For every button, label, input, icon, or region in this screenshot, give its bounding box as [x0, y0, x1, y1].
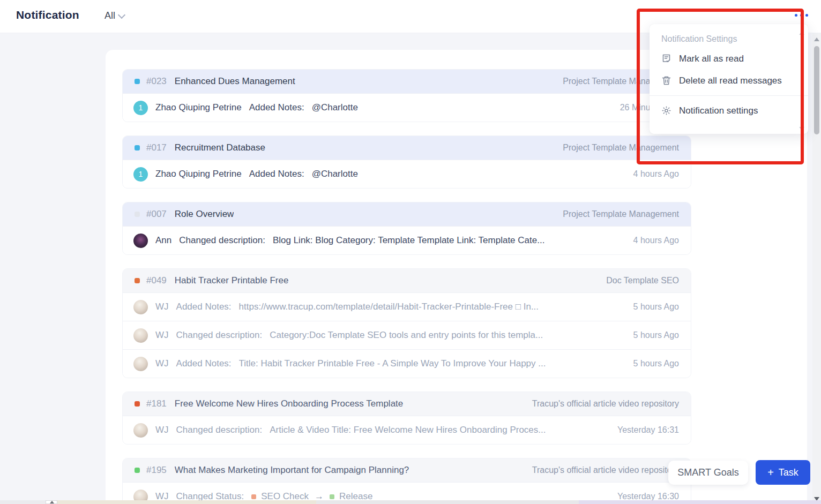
task-id: #181 [146, 398, 167, 409]
action-content: https://www.tracup.com/template/detail/H… [239, 302, 539, 312]
task-title: What Makes Marketing Important for Campa… [175, 465, 409, 476]
menu-section-label: Notification Settings [650, 31, 808, 48]
action-label: Changed description: [176, 425, 263, 435]
action-content: Title: Habit Tracker Printable Free - A … [239, 358, 546, 369]
notification-group-header[interactable]: #017 Recruitment Database Project Templa… [123, 136, 691, 160]
chevron-down-icon [118, 11, 125, 18]
menu-divider [650, 95, 808, 96]
project-label: Tracup's official article video reposito… [521, 399, 679, 409]
notification-list: #023 Enhanced Dues Management Project Te… [122, 69, 691, 504]
notification-row[interactable]: WJ Changed description: Article & Video … [123, 416, 691, 444]
action-content: Article & Video Title: Free Welcome New … [270, 425, 546, 435]
add-task-button[interactable]: + Task [756, 460, 810, 485]
notification-row[interactable]: 1 Zhao Qiuping Petrine Added Notes: @Cha… [123, 93, 691, 122]
menu-scroll-up-icon[interactable] [799, 32, 804, 35]
task-title: Role Overview [175, 209, 234, 220]
gear-icon [661, 106, 671, 116]
user-name: WJ [155, 302, 169, 312]
action-content: Blog Link: Blog Category: Template Templ… [273, 235, 544, 246]
menu-item-label: Mark all as read [679, 54, 744, 64]
timestamp: 5 hours Ago [623, 330, 679, 340]
avatar [133, 423, 148, 438]
vertical-scrollbar[interactable] [812, 33, 821, 504]
menu-item-label: Notification settings [679, 106, 758, 116]
filter-label: All [105, 10, 115, 21]
task-title: Free Welcome New Hires Onboarding Proces… [175, 398, 403, 409]
status-from-square [251, 494, 256, 499]
action-label: Added Notes: [249, 102, 304, 113]
task-id: #017 [146, 142, 167, 153]
user-name: WJ [155, 425, 169, 435]
task-title: Enhanced Dues Management [175, 76, 295, 87]
notification-row[interactable]: WJ Changed description: Category:Doc Tem… [123, 321, 691, 349]
user-name: Zhao Qiuping Petrine [155, 102, 242, 113]
status-bullet [135, 79, 140, 84]
notification-row[interactable]: Ann Changed description: Blog Link: Blog… [123, 226, 691, 254]
menu-item-delete-all-read[interactable]: Delete all read messages [650, 70, 808, 92]
project-label: Doc Template SEO [595, 276, 679, 285]
menu-scroll-down-icon[interactable] [799, 127, 804, 130]
action-label: Changed description: [179, 235, 265, 246]
notification-group-header[interactable]: #181 Free Welcome New Hires Onboarding P… [123, 392, 691, 416]
dot-icon [800, 14, 803, 17]
bottom-edge-strip [57, 500, 316, 504]
avatar [133, 357, 148, 371]
menu-item-mark-all-read[interactable]: Mark all as read [650, 48, 808, 70]
notification-group-header[interactable]: #195 What Makes Marketing Important for … [123, 458, 691, 482]
notification-row[interactable]: WJ Added Notes: https://www.tracup.com/t… [123, 292, 691, 321]
status-bullet [135, 468, 140, 473]
notification-group: #017 Recruitment Database Project Templa… [122, 136, 691, 189]
scrollbar-up-icon[interactable] [814, 37, 819, 41]
notification-group: #007 Role Overview Project Template Mana… [122, 202, 691, 255]
bottom-edge-strip [0, 500, 46, 504]
filter-dropdown[interactable]: All [105, 10, 124, 21]
action-content: Category:Doc Template SEO tools and entr… [270, 330, 543, 341]
notification-group-header[interactable]: #023 Enhanced Dues Management Project Te… [123, 70, 691, 93]
scrollbar-thumb[interactable] [814, 46, 819, 134]
user-name: WJ [155, 358, 169, 369]
status-bullet [135, 212, 140, 217]
action-label: Changed description: [176, 330, 263, 341]
project-label: Project Template Management [552, 209, 679, 219]
menu-item-label: Delete all read messages [679, 76, 782, 86]
bottom-scroll-button [46, 500, 57, 504]
timestamp: 5 hours Ago [623, 302, 679, 312]
action-label: Added Notes: [176, 302, 232, 312]
bottom-edge-strip [316, 500, 579, 504]
notification-group-header[interactable]: #049 Habit Tracker Printable Free Doc Te… [123, 269, 691, 292]
user-name: WJ [155, 330, 169, 341]
project-label: Tracup's official article video reposito… [521, 465, 679, 475]
trash-icon [661, 76, 671, 86]
avatar-initial: 1 [139, 170, 143, 178]
task-button-label: Task [779, 467, 798, 478]
task-id: #195 [146, 465, 167, 476]
dot-icon [805, 14, 808, 17]
plus-icon: + [767, 467, 774, 478]
notification-group: #181 Free Welcome New Hires Onboarding P… [122, 392, 691, 445]
task-id: #049 [146, 275, 167, 286]
user-name: Zhao Qiuping Petrine [155, 169, 242, 179]
action-content: @Charlotte [312, 169, 358, 179]
page-title: Notification [16, 9, 79, 21]
menu-item-notification-settings[interactable]: Notification settings [650, 100, 808, 122]
action-content: @Charlotte [312, 102, 358, 113]
bottom-edge-strip [579, 500, 821, 504]
timestamp: 4 hours Ago [623, 236, 679, 245]
notification-row[interactable]: 1 Zhao Qiuping Petrine Added Notes: @Cha… [123, 160, 691, 188]
notification-group-header[interactable]: #007 Role Overview Project Template Mana… [123, 202, 691, 226]
action-label: Added Notes: [249, 169, 304, 179]
notification-row[interactable]: WJ Added Notes: Title: Habit Tracker Pri… [123, 349, 691, 378]
task-id: #023 [146, 76, 167, 87]
smart-goals-button[interactable]: SMART Goals [668, 461, 748, 485]
status-bullet [135, 401, 140, 407]
scroll-arrow-icon [50, 501, 54, 503]
timestamp: 4 hours Ago [623, 169, 679, 179]
notification-group: #049 Habit Tracker Printable Free Doc Te… [122, 268, 691, 378]
avatar [133, 328, 148, 343]
notification-settings-menu: Notification Settings Mark all as read D… [650, 24, 808, 134]
status-bullet [135, 278, 140, 283]
notification-group: #195 What Makes Marketing Important for … [122, 458, 691, 504]
avatar: 1 [133, 101, 148, 115]
more-options-button[interactable] [795, 14, 808, 17]
notification-group: #023 Enhanced Dues Management Project Te… [122, 69, 691, 122]
